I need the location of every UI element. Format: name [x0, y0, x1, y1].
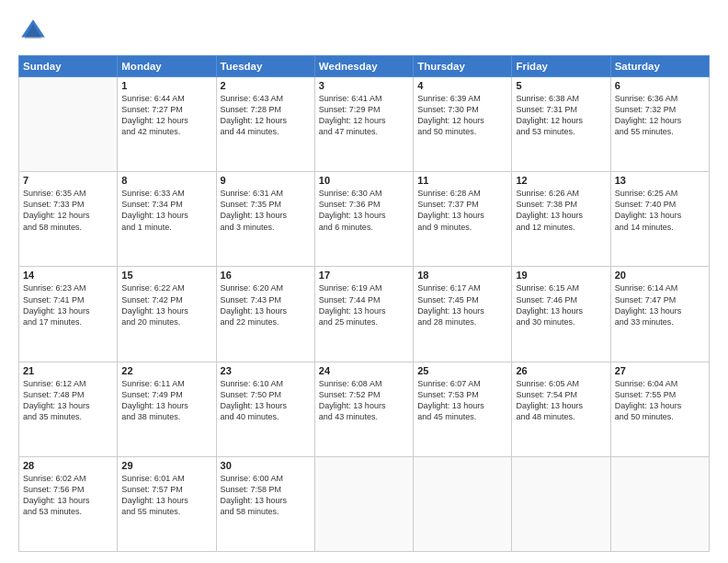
- calendar-table: SundayMondayTuesdayWednesdayThursdayFrid…: [18, 55, 710, 552]
- calendar-cell: 7Sunrise: 6:35 AM Sunset: 7:33 PM Daylig…: [19, 172, 118, 267]
- day-info: Sunrise: 6:43 AM Sunset: 7:28 PM Dayligh…: [221, 93, 311, 138]
- day-number: 22: [121, 365, 211, 376]
- day-info: Sunrise: 6:05 AM Sunset: 7:54 PM Dayligh…: [516, 378, 606, 423]
- calendar-cell: 13Sunrise: 6:25 AM Sunset: 7:40 PM Dayli…: [610, 172, 709, 267]
- day-info: Sunrise: 6:35 AM Sunset: 7:33 PM Dayligh…: [23, 188, 113, 233]
- day-number: 20: [615, 270, 705, 281]
- day-number: 27: [615, 365, 705, 376]
- day-info: Sunrise: 6:07 AM Sunset: 7:53 PM Dayligh…: [417, 378, 507, 423]
- day-number: 6: [615, 80, 705, 91]
- day-number: 24: [319, 365, 409, 376]
- day-info: Sunrise: 6:15 AM Sunset: 7:46 PM Dayligh…: [516, 282, 606, 327]
- day-number: 21: [23, 365, 113, 376]
- calendar-cell: 15Sunrise: 6:22 AM Sunset: 7:42 PM Dayli…: [118, 267, 216, 362]
- day-info: Sunrise: 6:10 AM Sunset: 7:50 PM Dayligh…: [221, 378, 311, 423]
- weekday-header-friday: Friday: [512, 56, 610, 77]
- day-info: Sunrise: 6:02 AM Sunset: 7:56 PM Dayligh…: [23, 473, 113, 518]
- calendar-week-5: 28Sunrise: 6:02 AM Sunset: 7:56 PM Dayli…: [19, 456, 710, 551]
- calendar-cell: [414, 456, 512, 551]
- day-info: Sunrise: 6:31 AM Sunset: 7:35 PM Dayligh…: [221, 188, 311, 233]
- day-number: 26: [516, 365, 606, 376]
- day-info: Sunrise: 6:36 AM Sunset: 7:32 PM Dayligh…: [615, 93, 705, 138]
- header: [18, 17, 710, 46]
- calendar-week-4: 21Sunrise: 6:12 AM Sunset: 7:48 PM Dayli…: [19, 362, 710, 456]
- day-number: 19: [516, 270, 606, 281]
- day-info: Sunrise: 6:20 AM Sunset: 7:43 PM Dayligh…: [221, 282, 311, 327]
- calendar-week-1: 1Sunrise: 6:44 AM Sunset: 7:27 PM Daylig…: [19, 77, 710, 172]
- calendar-cell: 29Sunrise: 6:01 AM Sunset: 7:57 PM Dayli…: [118, 456, 216, 551]
- day-number: 13: [615, 175, 705, 186]
- day-info: Sunrise: 6:12 AM Sunset: 7:48 PM Dayligh…: [23, 378, 113, 423]
- day-number: 11: [417, 175, 507, 186]
- day-number: 16: [221, 270, 311, 281]
- calendar-cell: 21Sunrise: 6:12 AM Sunset: 7:48 PM Dayli…: [19, 362, 118, 456]
- day-info: Sunrise: 6:44 AM Sunset: 7:27 PM Dayligh…: [121, 93, 211, 138]
- calendar-cell: 14Sunrise: 6:23 AM Sunset: 7:41 PM Dayli…: [19, 267, 118, 362]
- day-number: 9: [221, 175, 311, 186]
- day-info: Sunrise: 6:25 AM Sunset: 7:40 PM Dayligh…: [615, 188, 705, 233]
- calendar-cell: 12Sunrise: 6:26 AM Sunset: 7:38 PM Dayli…: [512, 172, 610, 267]
- logo-icon: [18, 17, 48, 46]
- day-number: 1: [121, 80, 211, 91]
- calendar-cell: 28Sunrise: 6:02 AM Sunset: 7:56 PM Dayli…: [19, 456, 118, 551]
- day-number: 28: [23, 460, 113, 471]
- calendar-cell: 24Sunrise: 6:08 AM Sunset: 7:52 PM Dayli…: [314, 362, 413, 456]
- day-info: Sunrise: 6:23 AM Sunset: 7:41 PM Dayligh…: [23, 282, 113, 327]
- day-info: Sunrise: 6:00 AM Sunset: 7:58 PM Dayligh…: [221, 473, 311, 518]
- calendar-cell: 4Sunrise: 6:39 AM Sunset: 7:30 PM Daylig…: [414, 77, 512, 172]
- day-number: 10: [319, 175, 409, 186]
- day-info: Sunrise: 6:28 AM Sunset: 7:37 PM Dayligh…: [417, 188, 507, 233]
- day-info: Sunrise: 6:22 AM Sunset: 7:42 PM Dayligh…: [121, 282, 211, 327]
- day-number: 2: [221, 80, 311, 91]
- weekday-header-tuesday: Tuesday: [216, 56, 314, 77]
- calendar-cell: 17Sunrise: 6:19 AM Sunset: 7:44 PM Dayli…: [314, 267, 413, 362]
- day-number: 18: [417, 270, 507, 281]
- day-info: Sunrise: 6:30 AM Sunset: 7:36 PM Dayligh…: [319, 188, 409, 233]
- calendar-cell: 8Sunrise: 6:33 AM Sunset: 7:34 PM Daylig…: [118, 172, 216, 267]
- weekday-header-monday: Monday: [118, 56, 216, 77]
- calendar-cell: 6Sunrise: 6:36 AM Sunset: 7:32 PM Daylig…: [610, 77, 709, 172]
- calendar-cell: 11Sunrise: 6:28 AM Sunset: 7:37 PM Dayli…: [414, 172, 512, 267]
- calendar-cell: 26Sunrise: 6:05 AM Sunset: 7:54 PM Dayli…: [512, 362, 610, 456]
- day-info: Sunrise: 6:38 AM Sunset: 7:31 PM Dayligh…: [516, 93, 606, 138]
- calendar-cell: 2Sunrise: 6:43 AM Sunset: 7:28 PM Daylig…: [216, 77, 314, 172]
- day-info: Sunrise: 6:08 AM Sunset: 7:52 PM Dayligh…: [319, 378, 409, 423]
- calendar-cell: 30Sunrise: 6:00 AM Sunset: 7:58 PM Dayli…: [216, 456, 314, 551]
- calendar-cell: 25Sunrise: 6:07 AM Sunset: 7:53 PM Dayli…: [414, 362, 512, 456]
- calendar-cell: 18Sunrise: 6:17 AM Sunset: 7:45 PM Dayli…: [414, 267, 512, 362]
- calendar-cell: 19Sunrise: 6:15 AM Sunset: 7:46 PM Dayli…: [512, 267, 610, 362]
- calendar-cell: [19, 77, 118, 172]
- day-number: 23: [221, 365, 311, 376]
- day-number: 8: [121, 175, 211, 186]
- day-info: Sunrise: 6:33 AM Sunset: 7:34 PM Dayligh…: [121, 188, 211, 233]
- weekday-header-saturday: Saturday: [610, 56, 709, 77]
- logo: [18, 17, 51, 46]
- day-number: 25: [417, 365, 507, 376]
- calendar-cell: 10Sunrise: 6:30 AM Sunset: 7:36 PM Dayli…: [314, 172, 413, 267]
- calendar-cell: 9Sunrise: 6:31 AM Sunset: 7:35 PM Daylig…: [216, 172, 314, 267]
- day-info: Sunrise: 6:26 AM Sunset: 7:38 PM Dayligh…: [516, 188, 606, 233]
- day-info: Sunrise: 6:19 AM Sunset: 7:44 PM Dayligh…: [319, 282, 409, 327]
- calendar-cell: 1Sunrise: 6:44 AM Sunset: 7:27 PM Daylig…: [118, 77, 216, 172]
- calendar-cell: [314, 456, 413, 551]
- day-info: Sunrise: 6:04 AM Sunset: 7:55 PM Dayligh…: [615, 378, 705, 423]
- day-number: 30: [221, 460, 311, 471]
- weekday-header-thursday: Thursday: [414, 56, 512, 77]
- day-number: 17: [319, 270, 409, 281]
- calendar-cell: 3Sunrise: 6:41 AM Sunset: 7:29 PM Daylig…: [314, 77, 413, 172]
- calendar-cell: 23Sunrise: 6:10 AM Sunset: 7:50 PM Dayli…: [216, 362, 314, 456]
- day-info: Sunrise: 6:11 AM Sunset: 7:49 PM Dayligh…: [121, 378, 211, 423]
- calendar-week-2: 7Sunrise: 6:35 AM Sunset: 7:33 PM Daylig…: [19, 172, 710, 267]
- calendar-week-3: 14Sunrise: 6:23 AM Sunset: 7:41 PM Dayli…: [19, 267, 710, 362]
- calendar-cell: 16Sunrise: 6:20 AM Sunset: 7:43 PM Dayli…: [216, 267, 314, 362]
- day-number: 15: [121, 270, 211, 281]
- day-info: Sunrise: 6:41 AM Sunset: 7:29 PM Dayligh…: [319, 93, 409, 138]
- weekday-header-sunday: Sunday: [19, 56, 118, 77]
- day-info: Sunrise: 6:01 AM Sunset: 7:57 PM Dayligh…: [121, 473, 211, 518]
- weekday-header-row: SundayMondayTuesdayWednesdayThursdayFrid…: [19, 56, 710, 77]
- weekday-header-wednesday: Wednesday: [314, 56, 413, 77]
- day-number: 12: [516, 175, 606, 186]
- day-number: 7: [23, 175, 113, 186]
- day-info: Sunrise: 6:39 AM Sunset: 7:30 PM Dayligh…: [417, 93, 507, 138]
- day-info: Sunrise: 6:17 AM Sunset: 7:45 PM Dayligh…: [417, 282, 507, 327]
